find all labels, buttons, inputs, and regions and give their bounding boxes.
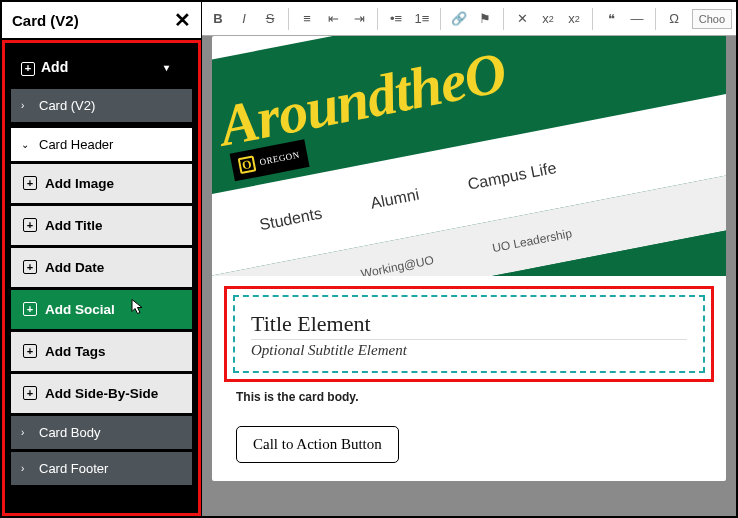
bullet-list-button[interactable]: •≡ — [384, 7, 408, 31]
plus-icon: + — [23, 218, 37, 232]
item-add-image[interactable]: + Add Image — [11, 164, 192, 203]
close-icon[interactable]: ✕ — [174, 10, 191, 30]
quote-button[interactable]: ❝ — [599, 7, 623, 31]
card: AroundtheO O OREGON Students Alumni Camp… — [212, 36, 726, 481]
outdent-button[interactable]: ⇤ — [321, 7, 345, 31]
link-button[interactable]: 🔗 — [447, 7, 471, 31]
subscript-button[interactable]: x2 — [562, 7, 586, 31]
group-card-header[interactable]: ⌄ Card Header — [11, 128, 192, 161]
sidebar-header: Card (V2) ✕ — [2, 2, 201, 40]
chevron-right-icon: › — [21, 427, 33, 438]
item-add-tags[interactable]: + Add Tags — [11, 332, 192, 371]
number-list-button[interactable]: 1≡ — [410, 7, 434, 31]
flag-button[interactable]: ⚑ — [473, 7, 497, 31]
group-label: Card (V2) — [39, 98, 95, 113]
item-label: Add Image — [45, 176, 114, 191]
group-card-body[interactable]: › Card Body — [11, 416, 192, 449]
divider — [655, 8, 656, 30]
divider — [288, 8, 289, 30]
hero-badge-text: OREGON — [259, 150, 301, 168]
chevron-down-icon: ▾ — [164, 62, 176, 73]
strike-button[interactable]: S — [258, 7, 282, 31]
italic-button[interactable]: I — [232, 7, 256, 31]
item-label: Add Title — [45, 218, 103, 233]
item-add-title[interactable]: + Add Title — [11, 206, 192, 245]
main: B I S ≡ ⇤ ⇥ •≡ 1≡ 🔗 ⚑ ✕ x2 x2 ❝ — Ω Choo — [202, 2, 736, 516]
nav-item: Students — [258, 205, 323, 235]
sidebar-body: +Add ▾ › Card (V2) ⌄ Card Header + Add I… — [2, 40, 201, 516]
card-body-text[interactable]: This is the card body. — [236, 390, 702, 404]
group-label: Card Footer — [39, 461, 108, 476]
subtitle-element[interactable]: Optional Subtitle Element — [251, 342, 687, 359]
choose-dropdown[interactable]: Choo — [692, 9, 732, 29]
item-add-date[interactable]: + Add Date — [11, 248, 192, 287]
title-block-highlight: Title Element Optional Subtitle Element — [224, 286, 714, 382]
sidebar-title: Card (V2) — [12, 12, 79, 29]
nav-item: UO Leadership — [491, 226, 573, 255]
plus-icon: + — [23, 176, 37, 190]
omega-button[interactable]: Ω — [662, 7, 686, 31]
divider — [377, 8, 378, 30]
item-label: Add Tags — [45, 344, 106, 359]
oregon-o-icon: O — [238, 155, 257, 174]
item-label: Add Side-By-Side — [45, 386, 158, 401]
add-label: Add — [41, 59, 68, 75]
chevron-down-icon: ⌄ — [21, 139, 33, 150]
chevron-right-icon: › — [21, 100, 33, 111]
cta-button[interactable]: Call to Action Button — [236, 426, 399, 463]
group-card-footer[interactable]: › Card Footer — [11, 452, 192, 485]
item-add-social[interactable]: + Add Social — [11, 290, 192, 329]
nav-item: Campus Life — [466, 159, 558, 194]
divider — [592, 8, 593, 30]
item-label: Add Social — [45, 302, 115, 317]
indent-button[interactable]: ⇥ — [347, 7, 371, 31]
bold-button[interactable]: B — [206, 7, 230, 31]
group-label: Card Body — [39, 425, 100, 440]
toolbar: B I S ≡ ⇤ ⇥ •≡ 1≡ 🔗 ⚑ ✕ x2 x2 ❝ — Ω Choo — [202, 2, 736, 36]
superscript-button[interactable]: x2 — [536, 7, 560, 31]
align-left-button[interactable]: ≡ — [295, 7, 319, 31]
plus-icon: + — [23, 302, 37, 316]
title-block[interactable]: Title Element Optional Subtitle Element — [233, 295, 705, 373]
item-add-side-by-side[interactable]: + Add Side-By-Side — [11, 374, 192, 413]
hero-image: AroundtheO O OREGON Students Alumni Camp… — [212, 36, 726, 276]
divider — [503, 8, 504, 30]
clear-format-button[interactable]: ✕ — [510, 7, 534, 31]
chevron-right-icon: › — [21, 463, 33, 474]
sidebar: Card (V2) ✕ +Add ▾ › Card (V2) ⌄ Card He… — [2, 2, 202, 516]
plus-icon: + — [23, 344, 37, 358]
divider — [440, 8, 441, 30]
plus-icon: + — [23, 386, 37, 400]
group-label: Card Header — [39, 137, 113, 152]
nav-item: Working@UO — [360, 253, 435, 276]
group-card[interactable]: › Card (V2) — [11, 89, 192, 122]
item-label: Add Date — [45, 260, 104, 275]
canvas: AroundtheO O OREGON Students Alumni Camp… — [202, 36, 736, 516]
nav-item: Alumni — [369, 186, 420, 213]
add-menu[interactable]: +Add ▾ — [11, 49, 192, 86]
hr-button[interactable]: — — [625, 7, 649, 31]
cursor-icon — [131, 299, 146, 320]
title-element[interactable]: Title Element — [251, 311, 687, 340]
plus-icon: + — [23, 260, 37, 274]
plus-icon: + — [21, 62, 35, 76]
